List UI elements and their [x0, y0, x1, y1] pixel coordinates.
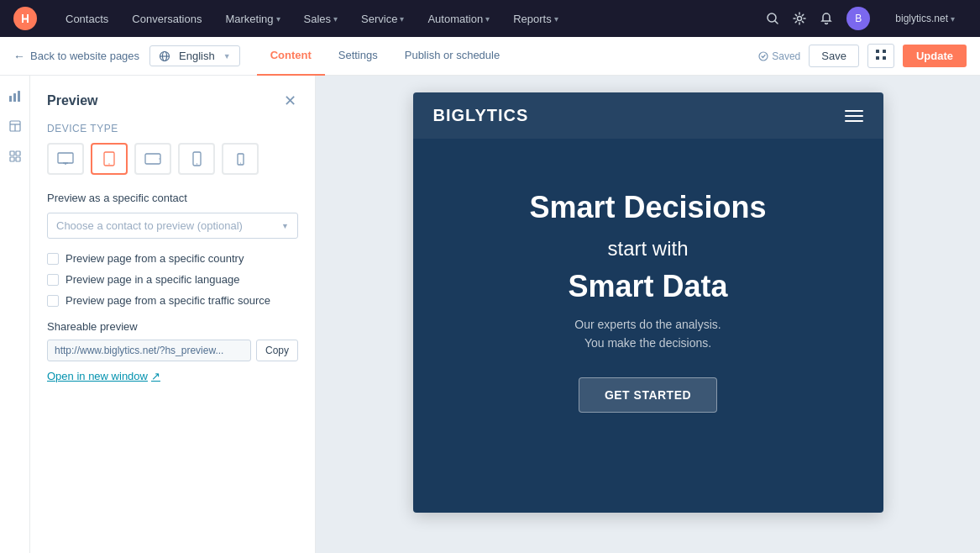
device-type-label: Device type: [47, 123, 298, 134]
chevron-down-icon: ▾: [400, 14, 404, 24]
checkbox-country: Preview page from a specific country: [47, 252, 298, 265]
sidebar-item-analytics[interactable]: [3, 84, 27, 108]
site-logo: BIGLYTICS: [433, 106, 529, 125]
tab-content[interactable]: Content: [257, 37, 325, 76]
preview-title: Preview: [47, 93, 97, 108]
search-icon[interactable]: [766, 12, 779, 25]
get-started-button[interactable]: GET STARTED: [579, 377, 717, 413]
svg-rect-10: [883, 56, 886, 60]
svg-rect-20: [16, 157, 20, 161]
site-hero-section: Smart Decisions start with Smart Data Ou…: [413, 139, 883, 455]
save-button[interactable]: Save: [809, 45, 859, 67]
open-in-new-window-link[interactable]: Open in new window ↗: [47, 370, 298, 382]
chevron-down-icon: ▾: [485, 14, 490, 24]
hero-description: Our experts do the analysis. You make th…: [447, 315, 850, 353]
svg-rect-17: [10, 151, 14, 155]
preview-canvas: BIGLYTICS Smart Decisions start with Sma…: [316, 76, 980, 553]
editor-tabs: Content Settings Publish or schedule: [257, 37, 514, 76]
country-label: Preview page from a specific country: [66, 252, 244, 265]
update-button[interactable]: Update: [903, 45, 967, 67]
svg-point-31: [239, 162, 240, 163]
nav-item-contacts[interactable]: Contacts: [54, 0, 120, 37]
main-content: Preview ✕ Device type Preview as a speci…: [0, 76, 980, 553]
sidebar-item-components[interactable]: [3, 145, 27, 168]
hero-title: Smart Decisions: [447, 189, 850, 225]
svg-rect-11: [9, 96, 12, 102]
device-mobile-button[interactable]: [178, 143, 215, 175]
svg-rect-8: [883, 50, 886, 53]
language-selector[interactable]: English ▼: [149, 45, 240, 66]
chevron-down-icon: ▾: [554, 14, 558, 24]
copy-url-button[interactable]: Copy: [256, 340, 298, 361]
check-icon: [758, 51, 768, 61]
traffic-label: Preview page from a specific traffic sou…: [66, 294, 270, 307]
site-navigation: BIGLYTICS: [413, 92, 883, 139]
tab-publish[interactable]: Publish or schedule: [391, 37, 513, 76]
external-link-icon: ↗: [151, 370, 160, 382]
settings-icon[interactable]: [793, 12, 806, 25]
svg-rect-7: [876, 50, 879, 53]
preview-header: Preview ✕: [47, 92, 298, 109]
notifications-icon[interactable]: [820, 12, 833, 25]
user-avatar[interactable]: B: [846, 7, 870, 30]
svg-point-29: [196, 163, 197, 164]
hamburger-menu[interactable]: [845, 110, 863, 122]
icon-sidebar: [0, 76, 30, 553]
svg-point-27: [159, 158, 160, 159]
grid-icon: [875, 49, 887, 61]
nav-user-menu[interactable]: biglytics.net ▾: [883, 0, 967, 37]
svg-rect-19: [10, 157, 14, 161]
chevron-down-icon: ▼: [223, 52, 231, 61]
nav-item-marketing[interactable]: Marketing ▾: [213, 0, 291, 37]
close-preview-button[interactable]: ✕: [281, 92, 298, 109]
device-type-selector: [47, 143, 298, 175]
svg-rect-9: [876, 56, 879, 60]
shareable-url-row: Copy: [47, 340, 298, 361]
nav-item-conversations[interactable]: Conversations: [120, 0, 213, 37]
svg-rect-12: [13, 93, 16, 102]
website-preview-frame: BIGLYTICS Smart Decisions start with Sma…: [413, 92, 883, 513]
sidebar-item-layout[interactable]: [3, 114, 27, 138]
hero-subtitle-end: Smart Data: [447, 268, 850, 304]
nav-item-service[interactable]: Service ▾: [349, 0, 416, 37]
svg-point-25: [108, 163, 109, 164]
hero-subtitle-start: start with: [447, 235, 850, 261]
device-small-mobile-button[interactable]: [222, 143, 259, 175]
checkbox-traffic: Preview page from a specific traffic sou…: [47, 294, 298, 307]
hamburger-line: [845, 115, 863, 117]
country-checkbox[interactable]: [47, 253, 59, 265]
nav-item-sales[interactable]: Sales ▾: [292, 0, 350, 37]
more-options-button[interactable]: [867, 44, 894, 68]
svg-rect-21: [58, 153, 73, 163]
traffic-checkbox[interactable]: [47, 295, 59, 307]
checkbox-language: Preview page in a specific language: [47, 273, 298, 286]
top-navigation: Contacts Conversations Marketing ▾ Sales…: [0, 0, 980, 37]
chevron-down-icon: ▾: [333, 14, 338, 24]
device-tablet-portrait-button[interactable]: [91, 143, 128, 175]
back-arrow-icon: ←: [13, 50, 25, 63]
nav-item-reports[interactable]: Reports ▾: [501, 0, 570, 37]
hamburger-line: [845, 110, 863, 112]
device-desktop-button[interactable]: [47, 143, 84, 175]
nav-right-section: B biglytics.net ▾: [766, 0, 967, 37]
nav-item-automation[interactable]: Automation ▾: [416, 0, 501, 37]
back-to-website-pages-button[interactable]: ← Back to website pages: [13, 50, 139, 63]
preview-panel: Preview ✕ Device type Preview as a speci…: [30, 76, 316, 553]
globe-icon: [159, 50, 170, 62]
svg-point-2: [798, 17, 802, 21]
svg-rect-18: [16, 151, 20, 155]
chevron-down-icon: ▾: [276, 14, 280, 24]
hamburger-line: [845, 120, 863, 122]
contact-picker-dropdown[interactable]: Choose a contact to preview (optional): [47, 213, 298, 239]
shareable-url-input[interactable]: [47, 340, 251, 361]
language-label: Preview page in a specific language: [66, 273, 239, 286]
chevron-down-icon: ▾: [951, 14, 955, 24]
language-checkbox[interactable]: [47, 274, 59, 286]
toolbar-actions: Saved Save Update: [758, 44, 967, 68]
svg-rect-13: [18, 91, 20, 102]
device-tablet-landscape-button[interactable]: [134, 143, 171, 175]
saved-status: Saved: [758, 50, 800, 62]
contact-preview-label: Preview as a specific contact: [47, 192, 298, 204]
hubspot-logo[interactable]: [13, 7, 37, 30]
tab-settings[interactable]: Settings: [325, 37, 391, 76]
